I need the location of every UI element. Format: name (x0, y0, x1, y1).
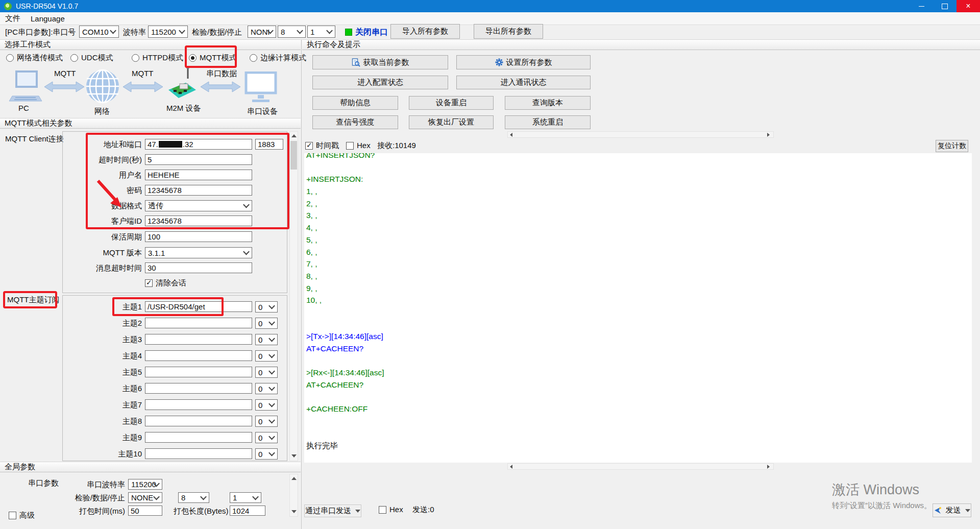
msg-timeout-input[interactable] (145, 262, 252, 273)
menu-file[interactable]: 文件 (0, 14, 26, 23)
topic3-qos-select[interactable]: 0 (255, 334, 278, 345)
send-button[interactable]: 发送 (933, 503, 971, 517)
query-version-button[interactable]: 查询版本 (505, 96, 591, 110)
set-params-button[interactable]: 设置所有参数 (456, 55, 591, 69)
enter-config-button[interactable]: 进入配置状态 (312, 76, 448, 89)
scroll-down-icon[interactable] (291, 510, 297, 513)
scroll-left-icon[interactable] (510, 133, 512, 137)
radio-edge[interactable] (250, 54, 257, 62)
mqtt-version-select[interactable]: 3.1.1 (145, 247, 252, 258)
scroll-up-icon[interactable] (291, 477, 297, 480)
topic1-input[interactable] (145, 301, 252, 312)
global-databits-select[interactable]: 8 (178, 492, 209, 503)
censored-text (159, 141, 182, 148)
maximize-button[interactable] (933, 0, 957, 12)
topic7-input[interactable] (145, 399, 252, 410)
scroll-right-icon[interactable] (767, 465, 770, 469)
app-window: USR-DR504 V1.0.7 × 文件 Language [PC串口参数]:… (0, 0, 980, 529)
topic9-input[interactable] (145, 432, 252, 443)
receive-log[interactable]: AT+INSERTJSON? +INSERTJSON: 1, , 2, , 3,… (304, 153, 972, 463)
global-baud-select[interactable]: 115200 (128, 479, 162, 490)
topic6-input[interactable] (145, 383, 252, 394)
scrollbar-thumb[interactable] (290, 141, 297, 170)
scroll-right-icon[interactable] (767, 133, 770, 137)
enter-comm-button[interactable]: 进入通讯状态 (456, 76, 591, 89)
topic4-input[interactable] (145, 350, 252, 361)
addr-input[interactable]: 47..32 (145, 139, 252, 150)
m2m-device-icon (165, 65, 198, 102)
topic1-qos-select[interactable]: 0 (255, 301, 278, 312)
commands-section-header: 执行命令及提示 (302, 39, 980, 50)
data-format-select[interactable]: 透传 (145, 200, 252, 211)
username-input[interactable] (145, 170, 252, 180)
topic6-qos-select[interactable]: 0 (255, 383, 278, 394)
scroll-up-icon[interactable] (291, 134, 297, 137)
close-port-button[interactable]: 关闭串口 (355, 27, 388, 38)
parity-select[interactable]: NONI (248, 26, 276, 38)
signal-strength-button[interactable]: 查信号强度 (312, 115, 398, 129)
topic10-qos-select[interactable]: 0 (255, 448, 278, 460)
timestamp-checkbox[interactable] (305, 142, 313, 150)
com-port-select[interactable]: COM10 (79, 26, 119, 38)
topic10-input[interactable] (145, 448, 252, 459)
pc-serial-port-label: [PC串口参数]:串口号 (5, 28, 76, 37)
log-top-scrollbar[interactable] (507, 131, 774, 138)
menu-language[interactable]: Language (26, 14, 70, 23)
chevron-down-icon (252, 493, 259, 500)
advanced-checkbox[interactable] (9, 512, 16, 519)
maximize-icon (942, 4, 948, 9)
global-parity-select[interactable]: NONE (128, 492, 162, 503)
radio-udc[interactable] (70, 54, 78, 62)
pack-len-input[interactable] (230, 506, 265, 516)
scroll-left-icon[interactable] (510, 465, 512, 469)
password-input[interactable] (145, 185, 252, 196)
msg-timeout-label: 消息超时时间 (66, 263, 142, 273)
topic2-input[interactable] (145, 318, 252, 328)
radio-mqtt[interactable] (189, 54, 197, 62)
pc-laptop-icon (8, 70, 43, 102)
global-section-scrollbar[interactable] (289, 474, 298, 517)
clean-session-checkbox[interactable] (145, 279, 153, 287)
keepalive-input[interactable] (145, 231, 252, 242)
recv-count: 接收:10149 (377, 141, 416, 151)
port-input[interactable] (255, 139, 283, 150)
topic5-input[interactable] (145, 367, 252, 377)
topic4-qos-select[interactable]: 0 (255, 350, 278, 362)
radio-net-transparent[interactable] (6, 54, 14, 62)
radio-httpd[interactable] (132, 54, 139, 62)
topic9-qos-select[interactable]: 0 (255, 432, 278, 443)
stopbits-select[interactable]: 1 (307, 26, 335, 38)
topic2-qos-select[interactable]: 0 (255, 318, 278, 329)
chevron-down-icon (268, 450, 275, 456)
left-panel-scrollbar[interactable] (289, 131, 298, 461)
reset-count-button[interactable]: 复位计数 (936, 140, 968, 152)
device-reboot-button[interactable]: 设备重启 (409, 96, 494, 110)
topic8-input[interactable] (145, 416, 252, 426)
scroll-down-icon[interactable] (291, 454, 297, 458)
close-button[interactable]: × (957, 0, 980, 12)
factory-reset-button[interactable]: 恢复出厂设置 (409, 115, 494, 129)
pack-time-input[interactable] (128, 506, 162, 516)
port-open-indicator-icon (345, 29, 352, 36)
topic7-qos-select[interactable]: 0 (255, 399, 278, 411)
timeout-input[interactable] (145, 154, 252, 165)
system-reboot-button[interactable]: 系统重启 (505, 115, 591, 129)
import-params-button[interactable]: 导入所有参数 (390, 24, 460, 39)
client-id-input[interactable] (145, 215, 252, 226)
databits-select[interactable]: 8 (278, 26, 306, 38)
log-bottom-scrollbar[interactable] (507, 463, 774, 470)
global-stopbits-select[interactable]: 1 (230, 492, 261, 503)
topic3-input[interactable] (145, 334, 252, 345)
send-hex-checkbox[interactable] (379, 506, 386, 514)
get-params-button[interactable]: 获取当前参数 (312, 55, 448, 69)
baud-select[interactable]: 115200 (148, 26, 188, 38)
log-hex-label: Hex (357, 141, 371, 150)
export-params-button[interactable]: 导出所有参数 (474, 24, 543, 39)
help-button[interactable]: 帮助信息 (312, 96, 398, 110)
serial-device-monitor-icon (244, 71, 278, 104)
topic8-qos-select[interactable]: 0 (255, 416, 278, 427)
topic5-qos-select[interactable]: 0 (255, 367, 278, 378)
minimize-button[interactable] (910, 0, 933, 12)
send-via-serial-dropdown[interactable]: 通过串口发送 (304, 504, 361, 517)
log-hex-checkbox[interactable] (346, 142, 354, 150)
